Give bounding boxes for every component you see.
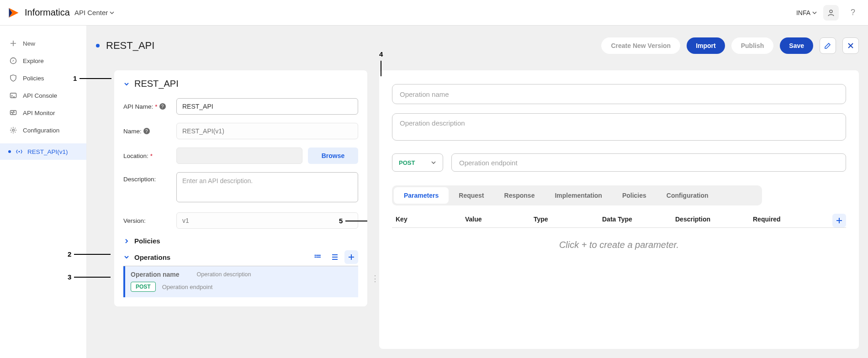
api-name-input[interactable] (176, 98, 358, 115)
api-details-panel: REST_API API Name:* ? Name: ? Location:*… (114, 70, 367, 306)
method-badge: POST (131, 282, 156, 292)
operation-card[interactable]: Operation name Operation description POS… (123, 266, 358, 297)
plus-icon (9, 39, 17, 47)
nav-config-label: Configuration (23, 127, 59, 134)
operation-tabs: Parameters Request Response Implementati… (392, 185, 762, 205)
nav-apiconsole[interactable]: API Console (0, 87, 86, 104)
operations-toolbar (312, 250, 358, 264)
help-icon[interactable]: ? (159, 103, 166, 110)
operations-toggle[interactable]: Operations (123, 253, 170, 261)
nav-new-label: New (23, 40, 35, 47)
org-dropdown[interactable]: INFA (796, 9, 817, 16)
nav-apiconsole-label: API Console (23, 92, 57, 99)
op-name-placeholder: Operation name (131, 271, 180, 278)
tab-parameters[interactable]: Parameters (394, 187, 449, 204)
publish-button[interactable]: Publish (731, 37, 774, 54)
nav-explore[interactable]: Explore (0, 52, 86, 69)
name-input (176, 123, 358, 139)
shield-icon (9, 74, 17, 82)
policies-title: Policies (134, 237, 160, 245)
empty-params-hint: Click + to create a parameter. (392, 240, 846, 250)
left-nav: New Explore Policies API Console API Mon… (0, 26, 87, 358)
expand-all-button[interactable] (328, 250, 342, 264)
product-switcher[interactable]: API Center (74, 9, 114, 16)
org-label: INFA (796, 9, 810, 16)
page-title-text: REST_API (106, 40, 154, 52)
import-button[interactable]: Import (687, 37, 725, 54)
tab-request[interactable]: Request (449, 187, 494, 204)
col-type: Type (534, 216, 602, 223)
operation-description-input[interactable] (392, 113, 846, 141)
create-version-button[interactable]: Create New Version (601, 37, 680, 54)
add-parameter-button[interactable] (832, 214, 846, 227)
operations-section-header: Operations (123, 250, 358, 266)
parameters-header-row: Key Value Type Data Type Description Req… (392, 216, 846, 228)
title-dot-icon (96, 44, 100, 47)
nav-apimonitor-label: API Monitor (23, 110, 55, 116)
monitor-icon (9, 109, 17, 117)
nav-configuration[interactable]: Configuration (0, 121, 86, 139)
method-select[interactable]: POST (392, 153, 443, 172)
svg-point-2 (830, 10, 832, 13)
content: REST_API Create New Version Import Publi… (87, 26, 868, 358)
label-location: Location:* (123, 153, 172, 159)
informatica-logo-icon (7, 6, 20, 19)
op-card-bot: POST Operation endpoint (131, 282, 353, 292)
page-actions: Create New Version Import Publish Save (601, 37, 859, 54)
user-icon[interactable] (823, 5, 839, 21)
brand: Informatica API Center (7, 6, 114, 19)
operation-name-input[interactable] (392, 84, 846, 104)
method-label: POST (399, 159, 415, 166)
console-icon (9, 91, 17, 100)
label-description: Description: (123, 172, 172, 183)
help-icon[interactable]: ? (143, 128, 150, 134)
edit-icon (824, 42, 831, 49)
label-name: Name: ? (123, 128, 172, 135)
top-header: Informatica API Center INFA ? (0, 0, 868, 26)
nav-new[interactable]: New (0, 35, 86, 52)
chevron-down-icon (123, 81, 130, 87)
col-key: Key (392, 216, 465, 223)
chevron-down-icon (110, 11, 114, 15)
op-endpoint-placeholder: Operation endpoint (162, 284, 213, 290)
row-description: Description: (123, 172, 358, 204)
close-button[interactable] (842, 37, 859, 54)
op-desc-placeholder: Operation description (197, 271, 251, 278)
collapse-all-button[interactable] (312, 250, 325, 264)
row-api-name: API Name:* ? (123, 98, 358, 115)
tab-policies[interactable]: Policies (612, 187, 656, 204)
col-required: Required (753, 216, 808, 223)
nav-policies-label: Policies (23, 75, 44, 82)
help-icon[interactable]: ? (845, 5, 861, 21)
chevron-down-icon (812, 11, 817, 15)
edit-button[interactable] (820, 37, 836, 54)
row-location: Location:* Browse (123, 147, 358, 164)
parameters-table: Key Value Type Data Type Description Req… (392, 216, 846, 250)
top-right: INFA ? (796, 5, 861, 21)
plus-icon (836, 217, 843, 224)
api-icon (16, 148, 23, 155)
product-label: API Center (74, 9, 108, 16)
svg-point-6 (12, 129, 15, 132)
operation-endpoint-input[interactable] (451, 153, 846, 172)
nav-policies[interactable]: Policies (0, 69, 86, 87)
active-dot-icon (8, 150, 11, 153)
page-title: REST_API (96, 40, 154, 52)
compass-icon (9, 57, 17, 65)
nav-apimonitor[interactable]: API Monitor (0, 104, 86, 121)
operation-details-panel: POST Parameters Request Response Impleme… (379, 70, 859, 349)
tab-response[interactable]: Response (494, 187, 545, 204)
policies-section-header[interactable]: Policies (123, 237, 358, 245)
drag-handle-icon[interactable]: ⋮ (371, 274, 379, 284)
nav-active-tab[interactable]: REST_API(v1) (0, 143, 86, 160)
tab-configuration[interactable]: Configuration (656, 187, 719, 204)
chevron-down-icon (123, 254, 130, 260)
add-operation-button[interactable] (344, 250, 358, 264)
browse-button[interactable]: Browse (308, 147, 358, 164)
save-button[interactable]: Save (780, 37, 813, 54)
api-section-header[interactable]: REST_API (123, 79, 358, 89)
row-version: Version: (123, 212, 358, 229)
api-section-title: REST_API (134, 79, 179, 89)
tab-implementation[interactable]: Implementation (545, 187, 612, 204)
description-input[interactable] (176, 172, 358, 202)
